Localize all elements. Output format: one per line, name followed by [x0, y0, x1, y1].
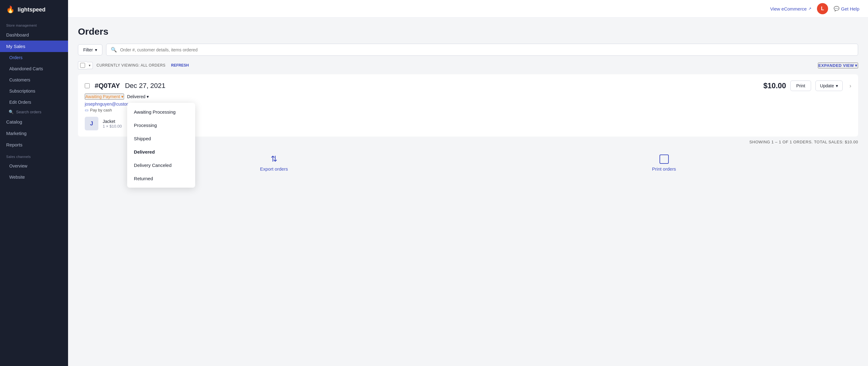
- store-management-label: Store management: [0, 19, 68, 29]
- payment-method-icon: ▭: [85, 108, 89, 112]
- expanded-view-label: EXPANDED VIEW: [818, 63, 854, 68]
- website-label: Website: [9, 175, 25, 179]
- order-expand-icon[interactable]: ›: [849, 83, 851, 89]
- checkbox-container: [78, 61, 87, 69]
- sidebar-item-catalog[interactable]: Catalog: [0, 116, 68, 128]
- update-label: Update: [820, 83, 834, 88]
- dropdown-item-delivered[interactable]: Delivered: [127, 145, 195, 159]
- update-button[interactable]: Update ▾: [815, 81, 843, 91]
- order-payment-method: ▭ Pay by cash: [85, 108, 851, 112]
- dropdown-item-returned[interactable]: Returned: [127, 172, 195, 185]
- order-details-row: josephnguyen@custome...: [85, 102, 851, 107]
- search-bar-icon: 🔍: [111, 47, 117, 53]
- fulfillment-dropdown: Awaiting Processing Processing Shipped D…: [127, 103, 195, 188]
- dashboard-label: Dashboard: [6, 32, 29, 37]
- dropdown-item-awaiting-processing[interactable]: Awaiting Processing: [127, 105, 195, 119]
- print-orders-action[interactable]: Print orders: [652, 154, 676, 172]
- sidebar-item-dashboard[interactable]: Dashboard: [0, 29, 68, 40]
- order-id: #Q0TAY: [95, 82, 120, 90]
- logo[interactable]: 🔥 lightspeed: [0, 0, 68, 19]
- fulfillment-status-label: Delivered: [127, 94, 145, 99]
- sidebar-item-abandoned-carts[interactable]: Abandoned Carts: [0, 63, 68, 74]
- product-info: Jacket 1 × $10.00: [103, 119, 122, 129]
- payment-method-label: Pay by cash: [90, 108, 112, 112]
- external-link-icon: ↗: [808, 6, 811, 11]
- sidebar-item-marketing[interactable]: Marketing: [0, 128, 68, 139]
- main-content: View eCommerce ↗ L 💬 Get Help Orders Fil…: [68, 0, 868, 366]
- view-ecommerce-label: View eCommerce: [770, 6, 807, 11]
- search-input[interactable]: [120, 47, 854, 52]
- user-avatar[interactable]: L: [817, 3, 828, 14]
- update-chevron-icon: ▾: [836, 83, 838, 88]
- select-all-checkbox[interactable]: [80, 63, 85, 68]
- payment-status-label: Awaiting Payment: [85, 94, 120, 99]
- payment-status-chevron-icon: ▾: [121, 94, 123, 99]
- sales-channels-label: Sales channels: [0, 150, 68, 160]
- abandoned-carts-label: Abandoned Carts: [9, 66, 43, 71]
- order-card-header: #Q0TAY Dec 27, 2021 $10.00 Print Update …: [85, 81, 851, 91]
- select-dropdown-button[interactable]: ▾: [87, 62, 93, 69]
- sidebar: 🔥 lightspeed Store management Dashboard …: [0, 0, 68, 366]
- sidebar-item-customers[interactable]: Customers: [0, 74, 68, 85]
- customers-label: Customers: [9, 77, 30, 82]
- filter-label: Filter: [83, 47, 93, 52]
- viewing-label: CURRENTLY VIEWING: ALL ORDERS: [96, 63, 165, 67]
- fulfillment-status-button[interactable]: Delivered ▾: [127, 94, 149, 99]
- order-right: $10.00 Print Update ▾ ›: [764, 81, 851, 91]
- search-bar[interactable]: 🔍: [106, 44, 858, 56]
- expanded-view-button[interactable]: EXPANDED VIEW ▾: [818, 62, 858, 68]
- get-help-link[interactable]: 💬 Get Help: [834, 6, 859, 11]
- chat-icon: 💬: [834, 6, 840, 11]
- catalog-label: Catalog: [6, 119, 22, 124]
- logo-icon: 🔥: [6, 6, 14, 13]
- search-orders-label: Search orders: [16, 110, 41, 114]
- expanded-view-chevron-icon: ▾: [855, 63, 858, 68]
- order-card-main: #Q0TAY Dec 27, 2021: [95, 82, 758, 90]
- sidebar-item-orders[interactable]: Orders: [0, 52, 68, 63]
- product-row: J Jacket 1 × $10.00: [85, 117, 851, 130]
- filter-button[interactable]: Filter ▾: [78, 44, 102, 55]
- order-checkbox[interactable]: [85, 83, 90, 88]
- product-name: Jacket: [103, 119, 122, 124]
- reports-label: Reports: [6, 142, 23, 147]
- order-total: $10.00: [764, 81, 786, 90]
- sidebar-item-reports[interactable]: Reports: [0, 139, 68, 150]
- export-orders-action[interactable]: ⇅ Export orders: [260, 154, 288, 172]
- orders-toolbar: ▾ CURRENTLY VIEWING: ALL ORDERS REFRESH …: [78, 60, 858, 71]
- refresh-link[interactable]: REFRESH: [171, 63, 189, 67]
- topbar: View eCommerce ↗ L 💬 Get Help: [68, 0, 868, 18]
- product-qty-price: 1 × $10.00: [103, 124, 122, 129]
- view-ecommerce-link[interactable]: View eCommerce ↗: [770, 6, 811, 11]
- print-orders-label: Print orders: [652, 166, 676, 172]
- sidebar-item-subscriptions[interactable]: Subscriptions: [0, 85, 68, 96]
- dropdown-item-processing[interactable]: Processing: [127, 119, 195, 132]
- fulfillment-status-chevron-icon: ▾: [147, 94, 149, 99]
- search-orders-container[interactable]: 🔍 Search orders: [0, 108, 68, 116]
- export-orders-label: Export orders: [260, 166, 288, 172]
- logo-text: lightspeed: [18, 6, 45, 13]
- edit-orders-label: Edit Orders: [9, 100, 31, 105]
- fulfillment-status-container: Delivered ▾ Awaiting Processing Processi…: [127, 94, 149, 99]
- filter-chevron-icon: ▾: [95, 47, 97, 52]
- get-help-label: Get Help: [841, 6, 859, 11]
- dropdown-item-shipped[interactable]: Shipped: [127, 132, 195, 145]
- order-statuses: Awaiting Payment ▾ Delivered ▾ Awaiting …: [85, 93, 851, 100]
- toolbar-left: ▾ CURRENTLY VIEWING: ALL ORDERS REFRESH: [78, 61, 189, 69]
- dropdown-item-delivery-canceled[interactable]: Delivery Canceled: [127, 159, 195, 172]
- print-button[interactable]: Print: [790, 81, 811, 91]
- select-all-wrapper: ▾: [78, 61, 93, 69]
- orders-label: Orders: [9, 55, 23, 60]
- print-icon: [659, 154, 669, 164]
- sidebar-item-overview[interactable]: Overview: [0, 160, 68, 172]
- marketing-label: Marketing: [6, 131, 27, 136]
- payment-status-button[interactable]: Awaiting Payment ▾: [85, 93, 124, 100]
- sidebar-item-website[interactable]: Website: [0, 172, 68, 183]
- page-content: Orders Filter ▾ 🔍 ▾ CURRENTLY VIEWING: A…: [68, 18, 868, 366]
- filter-bar: Filter ▾ 🔍: [78, 44, 858, 56]
- order-date: Dec 27, 2021: [125, 82, 165, 90]
- product-thumbnail: J: [85, 117, 98, 130]
- my-sales-label: My Sales: [6, 44, 25, 49]
- sidebar-item-my-sales[interactable]: My Sales: [0, 40, 68, 52]
- sidebar-item-edit-orders[interactable]: Edit Orders: [0, 96, 68, 108]
- subscriptions-label: Subscriptions: [9, 89, 35, 93]
